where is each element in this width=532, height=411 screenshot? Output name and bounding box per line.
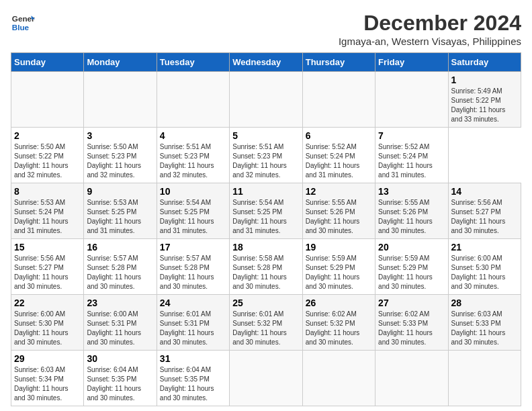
calendar-cell: 6Sunrise: 5:52 AMSunset: 5:24 PMDaylight… <box>302 128 375 183</box>
calendar-cell: 23Sunrise: 6:00 AMSunset: 5:31 PMDayligh… <box>84 295 157 351</box>
svg-text:Blue: Blue <box>12 23 30 32</box>
calendar-cell-empty <box>11 72 84 128</box>
col-header-thursday: Thursday <box>302 53 375 72</box>
calendar-cell: 10Sunrise: 5:54 AMSunset: 5:25 PMDayligh… <box>157 183 229 239</box>
calendar-cell-empty <box>230 72 302 128</box>
calendar-week-row: 1Sunrise: 5:49 AMSunset: 5:22 PMDaylight… <box>11 72 521 128</box>
calendar-cell: 1Sunrise: 5:49 AMSunset: 5:22 PMDaylight… <box>448 72 521 128</box>
calendar-week-row: 8Sunrise: 5:53 AMSunset: 5:24 PMDaylight… <box>11 183 521 239</box>
col-header-sunday: Sunday <box>11 53 84 72</box>
calendar-cell: 27Sunrise: 6:02 AMSunset: 5:33 PMDayligh… <box>375 295 448 351</box>
calendar-cell: 29Sunrise: 6:03 AMSunset: 5:34 PMDayligh… <box>11 351 84 406</box>
calendar-cell: 26Sunrise: 6:02 AMSunset: 5:32 PMDayligh… <box>302 295 375 351</box>
calendar-header-row: SundayMondayTuesdayWednesdayThursdayFrid… <box>11 53 521 72</box>
calendar-cell: 4Sunrise: 5:51 AMSunset: 5:23 PMDaylight… <box>157 128 229 183</box>
calendar-cell: 22Sunrise: 6:00 AMSunset: 5:30 PMDayligh… <box>11 295 84 351</box>
location-title: Igmaya-an, Western Visayas, Philippines <box>339 36 521 47</box>
calendar-cell: 11Sunrise: 5:54 AMSunset: 5:25 PMDayligh… <box>230 183 302 239</box>
calendar-cell: 5Sunrise: 5:51 AMSunset: 5:23 PMDaylight… <box>230 128 302 183</box>
calendar-cell: 17Sunrise: 5:57 AMSunset: 5:28 PMDayligh… <box>157 239 229 295</box>
calendar-cell: 30Sunrise: 6:04 AMSunset: 5:35 PMDayligh… <box>84 351 157 406</box>
calendar-cell-empty <box>302 72 375 128</box>
calendar-cell: 24Sunrise: 6:01 AMSunset: 5:31 PMDayligh… <box>157 295 229 351</box>
col-header-wednesday: Wednesday <box>230 53 302 72</box>
month-title: December 2024 <box>339 11 521 36</box>
calendar-cell: 18Sunrise: 5:58 AMSunset: 5:28 PMDayligh… <box>230 239 302 295</box>
col-header-monday: Monday <box>84 53 157 72</box>
calendar-cell: 28Sunrise: 6:03 AMSunset: 5:33 PMDayligh… <box>448 295 521 351</box>
logo: General Blue General Blue <box>11 11 35 35</box>
calendar-cell: 19Sunrise: 5:59 AMSunset: 5:29 PMDayligh… <box>302 239 375 295</box>
calendar-cell: 14Sunrise: 5:56 AMSunset: 5:27 PMDayligh… <box>448 183 521 239</box>
calendar-cell: 16Sunrise: 5:57 AMSunset: 5:28 PMDayligh… <box>84 239 157 295</box>
calendar-week-row: 2Sunrise: 5:50 AMSunset: 5:22 PMDaylight… <box>11 128 521 183</box>
calendar-cell-empty <box>375 72 448 128</box>
calendar-table: SundayMondayTuesdayWednesdayThursdayFrid… <box>11 52 521 406</box>
calendar-cell: 13Sunrise: 5:55 AMSunset: 5:26 PMDayligh… <box>375 183 448 239</box>
calendar-week-row: 29Sunrise: 6:03 AMSunset: 5:34 PMDayligh… <box>11 351 521 406</box>
calendar-cell-empty <box>302 351 375 406</box>
page-header: General Blue General Blue December 2024 … <box>11 11 521 47</box>
calendar-cell-empty <box>230 351 302 406</box>
logo-icon: General Blue <box>11 11 35 35</box>
calendar-cell-empty <box>375 351 448 406</box>
calendar-cell: 9Sunrise: 5:53 AMSunset: 5:25 PMDaylight… <box>84 183 157 239</box>
title-block: December 2024 Igmaya-an, Western Visayas… <box>339 11 521 47</box>
calendar-cell: 25Sunrise: 6:01 AMSunset: 5:32 PMDayligh… <box>230 295 302 351</box>
calendar-cell: 21Sunrise: 6:00 AMSunset: 5:30 PMDayligh… <box>448 239 521 295</box>
calendar-cell: 7Sunrise: 5:52 AMSunset: 5:24 PMDaylight… <box>375 128 448 183</box>
calendar-cell: 2Sunrise: 5:50 AMSunset: 5:22 PMDaylight… <box>11 128 84 183</box>
calendar-cell: 8Sunrise: 5:53 AMSunset: 5:24 PMDaylight… <box>11 183 84 239</box>
calendar-cell-empty <box>448 351 521 406</box>
col-header-friday: Friday <box>375 53 448 72</box>
calendar-week-row: 22Sunrise: 6:00 AMSunset: 5:30 PMDayligh… <box>11 295 521 351</box>
col-header-saturday: Saturday <box>448 53 521 72</box>
calendar-cell-empty <box>157 72 229 128</box>
calendar-cell-empty <box>84 72 157 128</box>
calendar-week-row: 15Sunrise: 5:56 AMSunset: 5:27 PMDayligh… <box>11 239 521 295</box>
calendar-cell: 31Sunrise: 6:04 AMSunset: 5:35 PMDayligh… <box>157 351 229 406</box>
calendar-cell: 3Sunrise: 5:50 AMSunset: 5:23 PMDaylight… <box>84 128 157 183</box>
calendar-cell: 15Sunrise: 5:56 AMSunset: 5:27 PMDayligh… <box>11 239 84 295</box>
calendar-cell: 20Sunrise: 5:59 AMSunset: 5:29 PMDayligh… <box>375 239 448 295</box>
col-header-tuesday: Tuesday <box>157 53 229 72</box>
calendar-cell: 12Sunrise: 5:55 AMSunset: 5:26 PMDayligh… <box>302 183 375 239</box>
